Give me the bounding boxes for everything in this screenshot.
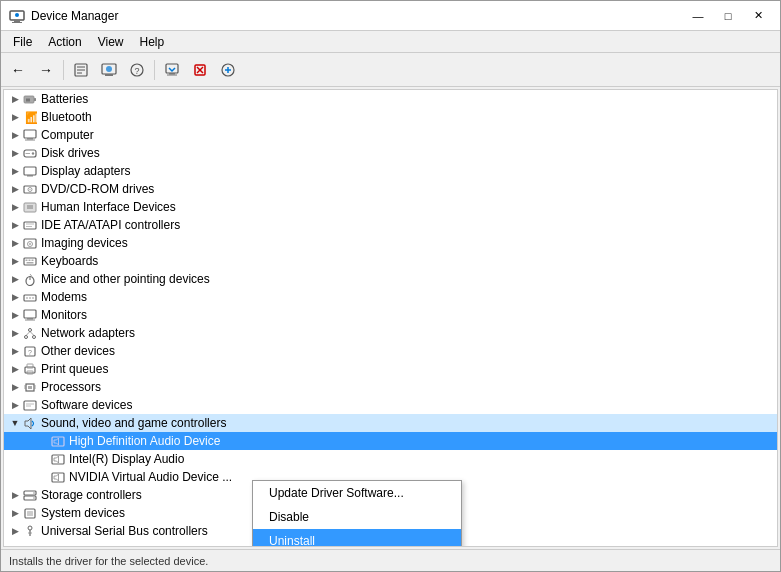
expand-mice[interactable]: ▶ xyxy=(8,272,22,286)
expand-sound[interactable]: ▼ xyxy=(8,416,22,430)
expand-processors[interactable]: ▶ xyxy=(8,380,22,394)
svg-line-63 xyxy=(26,331,30,335)
svg-rect-57 xyxy=(24,310,36,318)
tree-item-computer[interactable]: ▶ Computer xyxy=(4,126,777,144)
tree-item-ide-ata[interactable]: ▶ IDE ATA/ATAPI controllers xyxy=(4,216,777,234)
tree-item-bluetooth[interactable]: ▶ 📶 Bluetooth xyxy=(4,108,777,126)
tree-item-print-queues[interactable]: ▶ Print queues xyxy=(4,360,777,378)
toolbar-scan[interactable] xyxy=(159,57,185,83)
tree-item-other-devices[interactable]: ▶ ? Other devices xyxy=(4,342,777,360)
tree-item-imaging[interactable]: ▶ Imaging devices xyxy=(4,234,777,252)
tree-item-network-adapters[interactable]: ▶ Network adapters xyxy=(4,324,777,342)
svg-rect-14 xyxy=(169,73,175,75)
tree-item-modems[interactable]: ▶ Modems xyxy=(4,288,777,306)
expand-computer[interactable]: ▶ xyxy=(8,128,22,142)
disk-drives-icon xyxy=(22,145,38,161)
expand-keyboards[interactable]: ▶ xyxy=(8,254,22,268)
tree-item-batteries[interactable]: ▶ Batteries xyxy=(4,90,777,108)
title-bar: Device Manager — □ ✕ xyxy=(1,1,780,31)
tree-item-software-devices[interactable]: ▶ Software devices xyxy=(4,396,777,414)
status-text: Installs the driver for the selected dev… xyxy=(9,555,208,567)
toolbar-back[interactable]: ← xyxy=(5,57,31,83)
expand-network[interactable]: ▶ xyxy=(8,326,22,340)
processors-icon xyxy=(22,379,38,395)
tree-item-monitors[interactable]: ▶ Monitors xyxy=(4,306,777,324)
toolbar-forward[interactable]: → xyxy=(33,57,59,83)
batteries-icon xyxy=(22,91,38,107)
tree-item-hid[interactable]: ▶ Human Interface Devices xyxy=(4,198,777,216)
maximize-button[interactable]: □ xyxy=(714,6,742,26)
content-area: ▶ Batteries ▶ 📶 Bluetooth ▶ Computer xyxy=(1,87,780,549)
nvidia-label: NVIDIA Virtual Audio Device ... xyxy=(69,470,232,484)
expand-bluetooth[interactable]: ▶ xyxy=(8,110,22,124)
svg-text:?: ? xyxy=(28,348,32,355)
monitors-label: Monitors xyxy=(41,308,87,322)
tree-item-processors[interactable]: ▶ Processors xyxy=(4,378,777,396)
context-update-driver[interactable]: Update Driver Software... xyxy=(253,481,461,505)
tree-item-hd-audio[interactable]: High Definition Audio Device xyxy=(4,432,777,450)
expand-usb[interactable]: ▶ xyxy=(8,524,22,538)
toolbar-uninstall[interactable] xyxy=(187,57,213,83)
expand-print[interactable]: ▶ xyxy=(8,362,22,376)
mice-label: Mice and other pointing devices xyxy=(41,272,210,286)
hd-audio-label: High Definition Audio Device xyxy=(69,434,220,448)
sound-icon xyxy=(22,415,38,431)
expand-batteries[interactable]: ▶ xyxy=(8,92,22,106)
svg-point-88 xyxy=(33,492,35,494)
expand-system[interactable]: ▶ xyxy=(8,506,22,520)
tree-item-disk-drives[interactable]: ▶ Disk drives xyxy=(4,144,777,162)
expand-modems[interactable]: ▶ xyxy=(8,290,22,304)
expand-ide[interactable]: ▶ xyxy=(8,218,22,232)
intel-label: Intel(R) Display Audio xyxy=(69,452,184,466)
context-uninstall[interactable]: Uninstall xyxy=(253,529,461,547)
expand-storage[interactable]: ▶ xyxy=(8,488,22,502)
tree-item-mice[interactable]: ▶ Mice and other pointing devices xyxy=(4,270,777,288)
modems-label: Modems xyxy=(41,290,87,304)
svg-point-35 xyxy=(30,189,31,190)
minimize-button[interactable]: — xyxy=(684,6,712,26)
processors-label: Processors xyxy=(41,380,101,394)
window-controls: — □ ✕ xyxy=(684,6,772,26)
toolbar-update[interactable] xyxy=(96,57,122,83)
expand-software[interactable]: ▶ xyxy=(8,398,22,412)
tree-item-display-adapters[interactable]: ▶ Display adapters xyxy=(4,162,777,180)
tree-item-sound-video[interactable]: ▼ Sound, video and game controllers xyxy=(4,414,777,432)
hid-label: Human Interface Devices xyxy=(41,200,176,214)
bluetooth-icon: 📶 xyxy=(22,109,38,125)
expand-display-adapters[interactable]: ▶ xyxy=(8,164,22,178)
tree-item-dvd-cdrom[interactable]: ▶ DVD/CD-ROM drives xyxy=(4,180,777,198)
svg-rect-21 xyxy=(34,98,36,101)
menu-file[interactable]: File xyxy=(5,33,40,51)
svg-rect-39 xyxy=(24,222,36,229)
print-queues-label: Print queues xyxy=(41,362,108,376)
monitors-icon xyxy=(22,307,38,323)
expand-intel xyxy=(36,452,50,466)
menu-action[interactable]: Action xyxy=(40,33,89,51)
toolbar-sep2 xyxy=(154,60,155,80)
disk-drives-label: Disk drives xyxy=(41,146,100,160)
menu-view[interactable]: View xyxy=(90,33,132,51)
device-tree[interactable]: ▶ Batteries ▶ 📶 Bluetooth ▶ Computer xyxy=(3,89,778,547)
expand-imaging[interactable]: ▶ xyxy=(8,236,22,250)
tree-item-keyboards[interactable]: ▶ Keyboards xyxy=(4,252,777,270)
context-disable[interactable]: Disable xyxy=(253,505,461,529)
device-manager-window: Device Manager — □ ✕ File Action View He… xyxy=(0,0,781,572)
close-button[interactable]: ✕ xyxy=(744,6,772,26)
svg-rect-26 xyxy=(27,138,33,140)
toolbar-help[interactable]: ? xyxy=(124,57,150,83)
expand-disk-drives[interactable]: ▶ xyxy=(8,146,22,160)
usb-label: Universal Serial Bus controllers xyxy=(41,524,208,538)
expand-hid[interactable]: ▶ xyxy=(8,200,22,214)
expand-hd-audio xyxy=(36,434,50,448)
svg-text:?: ? xyxy=(134,66,139,76)
toolbar-add-driver[interactable] xyxy=(215,57,241,83)
title-bar-left: Device Manager xyxy=(9,8,118,24)
expand-dvd[interactable]: ▶ xyxy=(8,182,22,196)
expand-monitors[interactable]: ▶ xyxy=(8,308,22,322)
menu-help[interactable]: Help xyxy=(132,33,173,51)
software-devices-icon xyxy=(22,397,38,413)
toolbar-properties[interactable] xyxy=(68,57,94,83)
expand-nvidia xyxy=(36,470,50,484)
expand-other[interactable]: ▶ xyxy=(8,344,22,358)
tree-item-intel-display[interactable]: Intel(R) Display Audio xyxy=(4,450,777,468)
